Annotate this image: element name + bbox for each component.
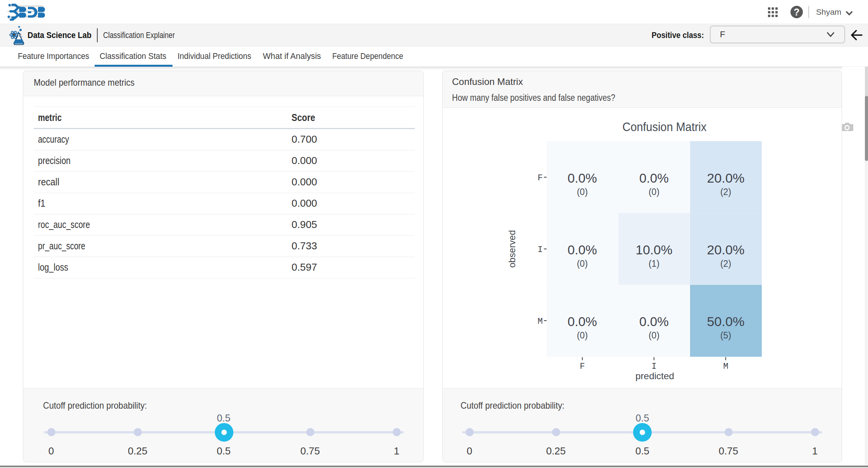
svg-text:20.0%: 20.0%	[707, 171, 745, 185]
svg-text:?: ?	[794, 7, 799, 17]
svg-text:Confusion Matrix: Confusion Matrix	[623, 120, 707, 134]
svg-text:F: F	[538, 173, 543, 183]
svg-text:20.0%: 20.0%	[707, 242, 745, 257]
svg-text:M: M	[538, 317, 543, 326]
svg-text:(0): (0)	[649, 330, 659, 340]
svg-text:predicted: predicted	[635, 371, 674, 381]
svg-text:F: F	[580, 362, 585, 371]
svg-text:I: I	[538, 245, 543, 255]
svg-text:observed: observed	[507, 230, 517, 268]
svg-text:(0): (0)	[577, 259, 588, 269]
svg-text:I: I	[651, 362, 656, 371]
svg-text:(2): (2)	[720, 259, 731, 269]
svg-text:50.0%: 50.0%	[707, 314, 745, 329]
svg-text:(0): (0)	[577, 330, 588, 340]
svg-text:(1): (1)	[649, 259, 659, 269]
svg-text:0.0%: 0.0%	[639, 171, 669, 185]
svg-text:0.0%: 0.0%	[568, 171, 597, 185]
svg-text:10.0%: 10.0%	[636, 242, 673, 257]
svg-text:(0): (0)	[649, 187, 659, 197]
svg-text:0.0%: 0.0%	[568, 242, 597, 257]
svg-text:M: M	[723, 362, 728, 371]
svg-text:(0): (0)	[577, 187, 588, 197]
svg-text:(2): (2)	[720, 187, 731, 197]
svg-text:(5): (5)	[720, 330, 731, 340]
svg-text:0.0%: 0.0%	[568, 314, 597, 329]
svg-text:0.0%: 0.0%	[639, 314, 669, 329]
